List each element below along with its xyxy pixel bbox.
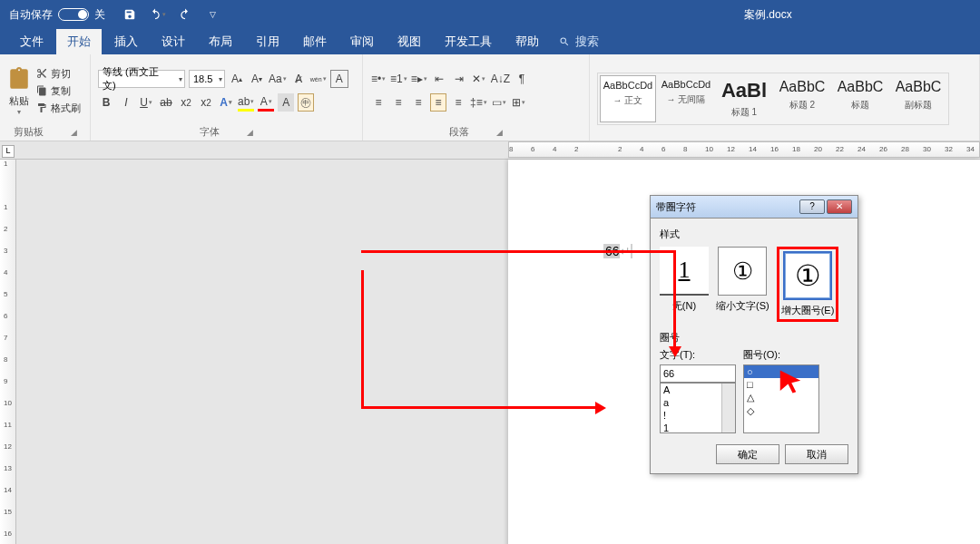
tab-file[interactable]: 文件: [9, 29, 54, 54]
highlight-icon[interactable]: ab: [238, 93, 254, 112]
paste-button[interactable]: 粘贴 ▾: [7, 65, 31, 116]
align-justify-icon[interactable]: ≡: [430, 93, 446, 112]
title-bar: 自动保存 关 ▽ 案例.docx: [0, 0, 980, 29]
group-clipboard-label: 剪贴板: [14, 125, 44, 139]
para-launcher-icon[interactable]: ◢: [496, 128, 503, 137]
clipboard-launcher-icon[interactable]: ◢: [71, 128, 77, 137]
vertical-ruler[interactable]: 112345678910111213141516: [0, 160, 16, 544]
tab-stop-icon[interactable]: L: [2, 145, 15, 158]
font-size-combo[interactable]: 18.5: [189, 70, 225, 88]
ribbon: 粘贴 ▾ 剪切 复制 格式刷 剪贴板◢ 等线 (西文正文) 18.5 A▴ A▾…: [0, 54, 980, 141]
tab-design[interactable]: 设计: [151, 29, 196, 54]
styles-gallery[interactable]: AaBbCcDd→ 正文 AaBbCcDd→ 无间隔 AaBl标题 1 AaBb…: [597, 73, 949, 125]
style-h1[interactable]: AaBl标题 1: [716, 75, 772, 122]
style-h2[interactable]: AaBbC标题 2: [774, 75, 830, 122]
align-left-icon[interactable]: ≡: [370, 93, 387, 112]
indent-inc-icon[interactable]: ⇥: [451, 70, 467, 88]
enclose-section-label: 圈号: [660, 331, 848, 345]
help-button[interactable]: ?: [799, 199, 825, 214]
save-icon[interactable]: [122, 5, 138, 24]
group-font-label: 字体: [200, 125, 220, 139]
enclose-char-icon[interactable]: ㊥: [298, 93, 314, 112]
redo-icon[interactable]: [177, 5, 193, 24]
phonetic-guide-icon[interactable]: wén: [310, 70, 327, 88]
tab-home[interactable]: 开始: [56, 29, 102, 54]
font-name-combo[interactable]: 等线 (西文正文): [98, 70, 185, 88]
style-nospacing[interactable]: AaBbCcDd→ 无间隔: [658, 75, 714, 122]
char-border-icon[interactable]: A: [330, 70, 348, 88]
group-para-label: 段落: [449, 125, 469, 139]
grow-font-icon[interactable]: A▴: [229, 70, 245, 88]
qat-customize-icon[interactable]: ▽: [204, 5, 220, 24]
shading-icon[interactable]: ▭: [491, 93, 507, 112]
multilevel-icon[interactable]: ≡▸: [411, 70, 427, 88]
close-button[interactable]: ✕: [827, 199, 852, 214]
cut-button[interactable]: 剪切: [36, 67, 81, 81]
annotation-cursor-icon: [777, 366, 804, 397]
style-title[interactable]: AaBbC标题: [832, 75, 888, 122]
underline-icon[interactable]: U: [138, 93, 154, 112]
tab-layout[interactable]: 布局: [198, 29, 243, 54]
tab-devtools[interactable]: 开发工具: [434, 29, 503, 54]
style-shrink[interactable]: ① 缩小文字(S): [716, 247, 769, 322]
tab-view[interactable]: 视图: [387, 29, 432, 54]
bold-icon[interactable]: B: [98, 93, 114, 112]
dialog-title: 带圈字符: [656, 200, 696, 214]
search-label: 搜索: [575, 34, 599, 50]
font-launcher-icon[interactable]: ◢: [247, 128, 253, 137]
bullets-icon[interactable]: ≡•: [370, 70, 387, 88]
autosave-toggle[interactable]: [58, 8, 89, 21]
char-shading-icon[interactable]: A: [278, 93, 294, 112]
ribbon-tabs: 文件 开始 插入 设计 布局 引用 邮件 审阅 视图 开发工具 帮助 搜索: [0, 29, 980, 54]
document-text[interactable]: 66↵: [603, 244, 632, 258]
strike-icon[interactable]: ab: [158, 93, 174, 112]
paste-label: 粘贴: [7, 94, 31, 108]
sort-icon[interactable]: A↓Z: [491, 70, 510, 88]
distribute-icon[interactable]: ≡: [450, 93, 466, 112]
tab-help[interactable]: 帮助: [505, 29, 550, 54]
text-input[interactable]: [660, 364, 736, 383]
asian-layout-icon[interactable]: ✕: [471, 70, 487, 88]
style-subtitle[interactable]: AaBbC副标题: [890, 75, 946, 122]
style-none[interactable]: 1 无(N): [660, 247, 709, 322]
style-normal[interactable]: AaBbCcDd→ 正文: [600, 75, 656, 122]
superscript-icon[interactable]: x2: [198, 93, 214, 112]
line-spacing-icon[interactable]: ‡≡: [470, 93, 487, 112]
numbering-icon[interactable]: ≡1: [390, 70, 407, 88]
document-title: 案例.docx: [744, 7, 792, 23]
style-section-label: 样式: [660, 228, 848, 241]
enclose-field-label: 圈号(O):: [743, 348, 819, 362]
tab-insert[interactable]: 插入: [103, 29, 149, 54]
autosave-label: 自动保存: [9, 7, 53, 23]
align-right-icon[interactable]: ≡: [410, 93, 426, 112]
clear-format-icon[interactable]: A̷: [290, 70, 307, 88]
horizontal-ruler[interactable]: 8642246810121416182022242628303234: [0, 141, 980, 160]
text-effects-icon[interactable]: A: [218, 93, 234, 112]
change-case-icon[interactable]: Aa: [269, 70, 287, 88]
text-listbox[interactable]: A a ! 1 ▴ ▾: [660, 383, 736, 433]
undo-icon[interactable]: [149, 5, 166, 24]
font-color-icon[interactable]: A: [258, 93, 274, 112]
show-marks-icon[interactable]: ¶: [514, 70, 530, 88]
indent-dec-icon[interactable]: ⇤: [431, 70, 447, 88]
shrink-font-icon[interactable]: A▾: [249, 70, 265, 88]
cancel-button[interactable]: 取消: [785, 444, 848, 464]
tab-references[interactable]: 引用: [245, 29, 290, 54]
tab-review[interactable]: 审阅: [339, 29, 385, 54]
format-painter-button[interactable]: 格式刷: [36, 102, 81, 115]
style-enlarge[interactable]: ① 增大圈号(E): [777, 247, 839, 322]
text-field-label: 文字(T):: [660, 348, 736, 362]
subscript-icon[interactable]: x2: [178, 93, 194, 112]
copy-button[interactable]: 复制: [36, 84, 81, 98]
align-center-icon[interactable]: ≡: [390, 93, 407, 112]
borders-icon[interactable]: ⊞: [511, 93, 527, 112]
tab-mail[interactable]: 邮件: [292, 29, 338, 54]
ok-button[interactable]: 确定: [716, 444, 779, 464]
autosave-state: 关: [94, 7, 105, 23]
enclose-char-dialog: 带圈字符 ? ✕ 样式 1 无(N) ① 缩小文字(S) ① 增大圈号(E): [650, 195, 858, 474]
search-box[interactable]: 搜索: [559, 34, 599, 50]
italic-icon[interactable]: I: [118, 93, 134, 112]
